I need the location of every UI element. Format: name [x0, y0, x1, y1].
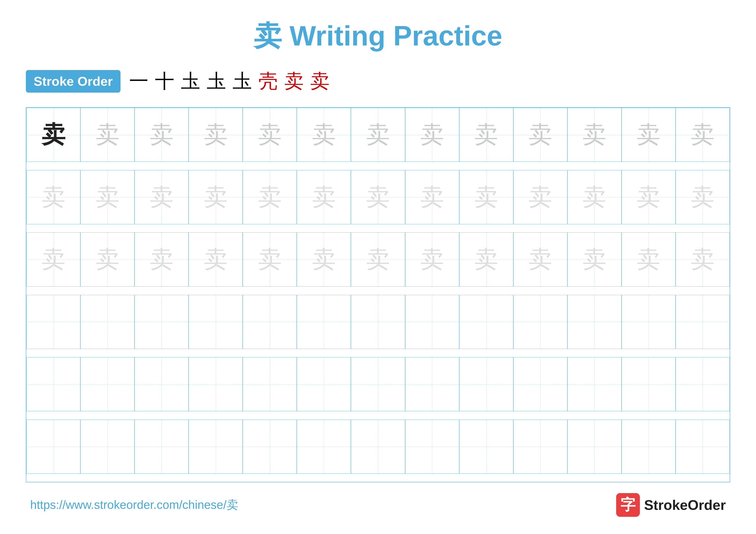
- char-lighter: 卖: [258, 243, 282, 275]
- grid-cell[interactable]: 卖: [80, 232, 134, 287]
- grid-cell[interactable]: [676, 420, 730, 474]
- grid-cell[interactable]: 卖: [567, 170, 622, 224]
- grid-cell[interactable]: 卖: [351, 232, 405, 287]
- grid-cell[interactable]: [297, 420, 351, 474]
- grid-cell[interactable]: [622, 420, 676, 474]
- grid-cell[interactable]: 卖: [622, 170, 676, 224]
- char-dark: 卖: [41, 119, 65, 151]
- grid-cell[interactable]: 卖: [567, 108, 622, 162]
- grid-cell[interactable]: [243, 357, 297, 411]
- grid-cell[interactable]: [134, 295, 189, 349]
- stroke-5: 圡: [232, 68, 252, 94]
- char-lighter: 卖: [474, 243, 498, 275]
- grid-cell[interactable]: [622, 295, 676, 349]
- grid-cell[interactable]: 卖: [134, 232, 189, 287]
- grid-cell[interactable]: [351, 420, 405, 474]
- grid-cell[interactable]: 卖: [513, 232, 567, 287]
- char-lighter: 卖: [96, 243, 120, 275]
- grid-cell[interactable]: 卖: [676, 108, 730, 162]
- grid-cell[interactable]: 卖: [622, 232, 676, 287]
- grid-cell[interactable]: [513, 295, 567, 349]
- grid-cell[interactable]: 卖: [459, 108, 513, 162]
- logo-char: 字: [620, 495, 635, 515]
- grid-cell[interactable]: [351, 357, 405, 411]
- grid-cell[interactable]: [189, 295, 243, 349]
- grid-cell[interactable]: [459, 357, 513, 411]
- footer-url: https://www.strokeorder.com/chinese/卖: [30, 497, 238, 513]
- char-light: 卖: [366, 119, 390, 151]
- grid-cell[interactable]: [243, 295, 297, 349]
- grid-cell[interactable]: 卖: [134, 170, 189, 224]
- grid-cell[interactable]: 卖: [134, 108, 189, 162]
- grid-cell[interactable]: 卖: [297, 170, 351, 224]
- grid-cell[interactable]: [567, 420, 622, 474]
- stroke-order-badge: Stroke Order: [26, 70, 121, 93]
- char-light: 卖: [96, 119, 120, 151]
- grid-cell[interactable]: [513, 357, 567, 411]
- char-lighter: 卖: [636, 243, 660, 275]
- char-lighter: 卖: [420, 243, 444, 275]
- grid-cell[interactable]: [567, 295, 622, 349]
- grid-cell[interactable]: [513, 420, 567, 474]
- grid-cell[interactable]: 卖: [459, 170, 513, 224]
- grid-cell[interactable]: [26, 295, 80, 349]
- grid-cell[interactable]: 卖: [26, 232, 80, 287]
- grid-cell[interactable]: [134, 357, 189, 411]
- grid-cell[interactable]: 卖: [297, 108, 351, 162]
- grid-cell[interactable]: [622, 357, 676, 411]
- grid-cell[interactable]: [189, 420, 243, 474]
- grid-cell[interactable]: 卖: [243, 170, 297, 224]
- char-light: 卖: [582, 119, 606, 151]
- grid-cell[interactable]: [189, 357, 243, 411]
- grid-cell[interactable]: [405, 295, 459, 349]
- grid-cell[interactable]: [351, 295, 405, 349]
- grid-cell[interactable]: [80, 357, 134, 411]
- grid-cell[interactable]: 卖: [351, 170, 405, 224]
- grid-cell[interactable]: 卖: [189, 232, 243, 287]
- grid-cell[interactable]: [80, 295, 134, 349]
- grid-cell[interactable]: 卖: [676, 232, 730, 287]
- grid-cell[interactable]: [26, 420, 80, 474]
- grid-cell[interactable]: 卖: [405, 232, 459, 287]
- grid-cell[interactable]: [297, 357, 351, 411]
- footer-logo: 字 StrokeOrder: [616, 493, 726, 517]
- char-light: 卖: [312, 119, 336, 151]
- grid-cell[interactable]: 卖: [80, 170, 134, 224]
- char-light: 卖: [204, 119, 228, 151]
- grid-cell[interactable]: [405, 357, 459, 411]
- grid-cell[interactable]: [134, 420, 189, 474]
- grid-cell[interactable]: 卖: [351, 108, 405, 162]
- grid-cell[interactable]: [243, 420, 297, 474]
- grid-cell[interactable]: 卖: [567, 232, 622, 287]
- grid-cell[interactable]: 卖: [676, 170, 730, 224]
- grid-cell[interactable]: 卖: [405, 108, 459, 162]
- grid-cell[interactable]: [80, 420, 134, 474]
- grid-cell[interactable]: [26, 357, 80, 411]
- grid-cell[interactable]: 卖: [243, 232, 297, 287]
- grid-cell[interactable]: [676, 357, 730, 411]
- grid-cell[interactable]: 卖: [622, 108, 676, 162]
- stroke-2: 十: [155, 68, 174, 94]
- grid-cell[interactable]: [459, 295, 513, 349]
- grid-cell[interactable]: 卖: [459, 232, 513, 287]
- char-lighter: 卖: [258, 181, 282, 213]
- grid-cell[interactable]: 卖: [513, 108, 567, 162]
- grid-cell[interactable]: [297, 295, 351, 349]
- grid-cell[interactable]: 卖: [513, 170, 567, 224]
- grid-cell[interactable]: [567, 357, 622, 411]
- grid-cell[interactable]: [676, 295, 730, 349]
- char-light: 卖: [636, 119, 660, 151]
- grid-cell[interactable]: [459, 420, 513, 474]
- stroke-4: 圡: [207, 68, 226, 94]
- char-light: 卖: [420, 119, 444, 151]
- grid-cell[interactable]: 卖: [243, 108, 297, 162]
- grid-cell[interactable]: 卖: [26, 108, 80, 162]
- grid-cell[interactable]: 卖: [80, 108, 134, 162]
- grid-cell[interactable]: 卖: [189, 108, 243, 162]
- char-lighter: 卖: [528, 181, 552, 213]
- grid-cell[interactable]: 卖: [189, 170, 243, 224]
- grid-cell[interactable]: [405, 420, 459, 474]
- grid-cell[interactable]: 卖: [297, 232, 351, 287]
- grid-cell[interactable]: 卖: [405, 170, 459, 224]
- grid-cell[interactable]: 卖: [26, 170, 80, 224]
